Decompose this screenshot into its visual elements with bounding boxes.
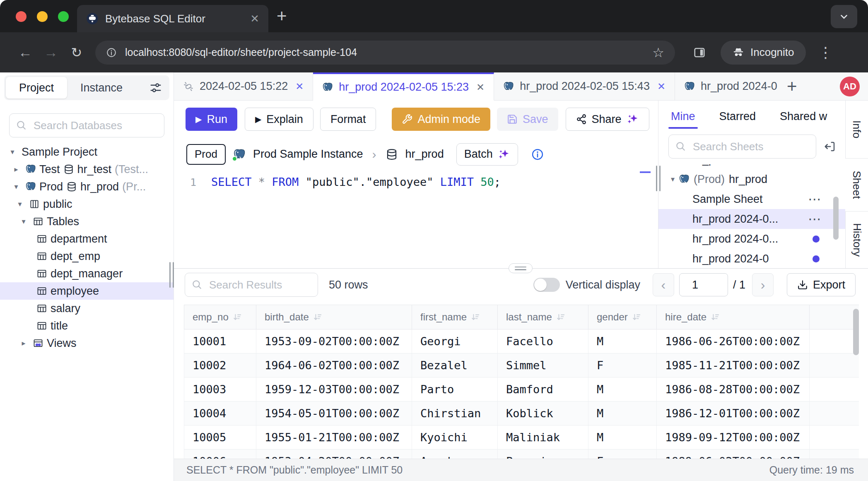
close-sheet-icon[interactable]: ✕ [476,82,485,93]
tab-overflow-button[interactable] [831,5,857,28]
editor-toolbar: ▶ Run ▶ Explain Format Admin mode [174,101,658,138]
side-tab-history[interactable]: History [845,212,868,268]
page-number-input[interactable] [679,273,728,296]
column-header-emp-no[interactable]: emp_no [184,305,256,329]
tree-item-tables[interactable]: ▾Tables [0,213,174,230]
close-window-button[interactable] [16,11,27,22]
sheet-item-hr-prod-2024-0[interactable]: hr_prod 2024-0... [658,229,845,249]
sheets-panel: Mine Starred Shared w hr_prod 2024-0...▾… [658,101,845,268]
sheet-item-clipped[interactable]: hr_prod 2024-0... [658,164,845,169]
table-row[interactable]: 100011953-09-02T00:00:00ZGeorgiFacelloM1… [184,329,859,354]
filter-settings-icon[interactable] [149,82,162,94]
tree-item-dept-manager[interactable]: dept_manager [0,265,174,282]
sheet-menu-icon[interactable]: ⋯ [808,191,821,207]
import-sheet-icon[interactable] [824,140,836,153]
batch-button[interactable]: Batch [456,143,518,166]
tree-item-salary[interactable]: salary [0,300,174,317]
tree-item-sample-project[interactable]: ▾Sample Project [0,143,174,161]
tree-item-prod-hr-prod-pr[interactable]: ▾Prodhr_prod(Pr... [0,178,174,195]
save-button[interactable]: Save [497,108,558,131]
window-controls[interactable] [16,11,69,22]
column-header-gender[interactable]: gender [588,305,657,329]
vertical-display-toggle[interactable] [533,278,560,292]
tree-item-employee[interactable]: employee [0,282,174,300]
format-button[interactable]: Format [320,108,376,131]
results-scrollbar[interactable] [853,309,859,355]
forward-button[interactable]: → [38,44,64,60]
tab-shared[interactable]: Shared w [780,101,827,132]
tree-item-test-hr-test-test[interactable]: ▸Testhr_test(Test... [0,161,174,178]
sql-code-editor[interactable]: 1 SELECT * FROM "public"."employee" LIMI… [174,171,658,268]
browser-menu-button[interactable]: ⋮ [818,44,833,61]
panel-resize-handle[interactable] [656,166,661,191]
tree-item-department[interactable]: department [0,230,174,248]
column-header-last-name[interactable]: last_name [498,305,588,329]
share-button[interactable]: Share [566,108,649,131]
zoom-window-button[interactable] [58,11,69,22]
site-info-icon[interactable] [106,47,117,58]
new-sheet-button[interactable]: + [787,78,797,95]
column-header-birth-date[interactable]: birth_date [256,305,412,329]
table-row[interactable]: 100021964-06-02T00:00:00ZBezalelSimmelF1… [184,354,859,378]
table-row[interactable]: 100051955-01-21T00:00:00ZKyoichiMaliniak… [184,426,859,450]
run-button[interactable]: ▶ Run [186,108,237,131]
sheet-group[interactable]: ▾(Prod)hr_prod [658,169,845,189]
tree-item-views[interactable]: ▸Views [0,334,174,352]
results-panel: 50 rows Vertical display ‹ / 1 › Export … [174,268,868,481]
search-results-input[interactable] [185,273,318,297]
sort-icon [556,313,565,322]
table-row[interactable]: 100061953-04-20T00:00:00ZAnnekePreusigF1… [184,450,859,459]
url-text: localhost:8080/sql-editor/sheet/project-… [125,46,644,58]
tab-project[interactable]: Project [6,77,67,99]
worksheet-tab-hr-prod-2024-02-05-15-23[interactable]: hr_prod 2024-02-05 15:23✕ [313,72,494,101]
sheet-item-sample-sheet[interactable]: Sample Sheet⋯ [658,189,845,209]
column-header-hire-date[interactable]: hire_date [657,305,810,329]
table-row[interactable]: 100031959-12-03T00:00:00ZPartoBamfordM19… [184,378,859,402]
sheet-menu-icon[interactable]: ⋯ [808,211,821,227]
worksheet-tab-hr-prod-2024-0[interactable]: hr_prod 2024-0 [675,72,781,100]
side-panel-icon[interactable] [693,46,706,59]
table-icon [36,251,47,262]
sheet-list-scrollbar[interactable] [833,197,839,240]
tab-starred[interactable]: Starred [719,101,756,132]
side-tab-info[interactable]: Info [845,101,868,159]
tree-item-public[interactable]: ▾public [0,195,174,213]
explain-button[interactable]: ▶ Explain [245,108,313,131]
connection-info-icon[interactable] [531,148,544,161]
export-button[interactable]: Export [787,273,856,296]
search-databases-input[interactable] [9,113,164,137]
sidebar-resize-handle[interactable] [169,262,174,288]
reload-button[interactable]: ↻ [64,45,89,60]
prev-page-button[interactable]: ‹ [653,273,674,296]
instance-name[interactable]: Prod Sample Instance [253,148,363,161]
column-header-first-name[interactable]: first_name [412,305,498,329]
table-row[interactable]: 100041954-05-01T00:00:00ZChirstianKoblic… [184,402,859,426]
new-tab-button[interactable]: + [277,6,287,26]
worksheet-tab-hr-prod-2024-02-05-15-43[interactable]: hr_prod 2024-02-05 15:43✕ [494,72,675,100]
tree-item-title[interactable]: title [0,317,174,334]
bookmark-star-icon[interactable]: ☆ [652,45,664,60]
minimize-window-button[interactable] [37,11,48,22]
close-sheet-icon[interactable]: ✕ [295,81,304,92]
next-page-button[interactable]: › [752,273,774,296]
sheet-item-hr-prod-2024-0[interactable]: hr_prod 2024-0...⋯ [658,209,845,229]
tab-instance[interactable]: Instance [67,77,136,99]
worksheet-tab-2024-02-05-15-22[interactable]: 2024-02-05 15:22✕ [174,72,313,100]
split-resize-handle[interactable] [509,263,533,273]
cell-gender: M [588,426,657,449]
search-sheets-input[interactable] [668,135,816,159]
side-tab-sheet[interactable]: Sheet [845,159,868,212]
user-avatar[interactable]: AD [840,77,860,96]
back-button[interactable]: ← [12,44,38,60]
tree-item-dept-emp[interactable]: dept_emp [0,248,174,265]
close-tab-icon[interactable]: ✕ [250,12,259,25]
cell-emp-no: 10004 [184,402,256,425]
close-sheet-icon[interactable]: ✕ [657,81,665,92]
tab-mine[interactable]: Mine [671,101,695,132]
browser-tab[interactable]: Bytebase SQL Editor ✕ [77,5,268,32]
admin-mode-button[interactable]: Admin mode [392,108,490,131]
url-bar[interactable]: localhost:8080/sql-editor/sheet/project-… [95,41,675,65]
sheet-item-hr-prod-2024-0[interactable]: hr_prod 2024-0 [658,249,845,268]
page-total: / 1 [733,279,745,291]
database-name[interactable]: hr_prod [405,148,444,161]
